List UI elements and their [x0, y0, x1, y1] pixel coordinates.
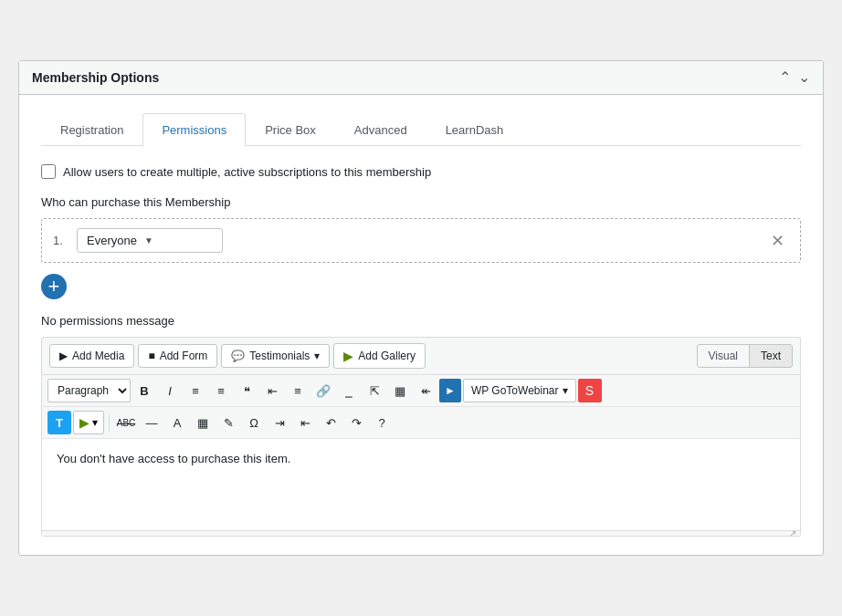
permission-select[interactable]: Everyone ▼	[77, 228, 223, 253]
italic-button[interactable]: I	[158, 379, 182, 402]
add-media-button[interactable]: ▶ Add Media	[49, 344, 134, 368]
hr-button[interactable]: —	[140, 411, 163, 434]
indent-button[interactable]: ⇥	[268, 411, 291, 434]
text-color-button[interactable]: A	[165, 411, 189, 434]
row-number: 1.	[53, 234, 68, 247]
strikethrough-button[interactable]: ABC	[114, 411, 138, 434]
arrow-right-button[interactable]: ►	[439, 379, 461, 402]
who-can-purchase-label: Who can purchase this Membership	[41, 195, 801, 209]
testimonials-label: Testimonials	[249, 350, 310, 362]
unlink-button[interactable]: ⎯	[337, 379, 361, 402]
tab-registration[interactable]: Registration	[41, 113, 142, 146]
gallery-leaf-icon: ▶	[343, 349, 353, 363]
editor-content-area[interactable]: You don't have access to purchase this i…	[42, 439, 800, 530]
wp-gowebinar-button[interactable]: WP GoToWebinar ▾	[463, 379, 576, 402]
clear-format-button[interactable]: ✎	[216, 411, 240, 434]
permission-row: 1. Everyone ▼ ✕	[53, 228, 789, 253]
tab-advanced[interactable]: Advanced	[335, 113, 426, 146]
editor-toolbar-row2: T ▶ ▾ ABC — A ▦ ✎ Ω ⇥ ⇤ ↶ ↷ ?	[42, 407, 800, 439]
panel-body: Registration Permissions Price Box Advan…	[19, 95, 823, 555]
text-tab[interactable]: Text	[749, 344, 793, 368]
paragraph-select[interactable]: Paragraph	[47, 379, 131, 402]
help-button[interactable]: ?	[370, 411, 394, 434]
outdent-button[interactable]: ⇤	[293, 411, 317, 434]
expand-icon[interactable]: ⌄	[798, 70, 810, 85]
html-button[interactable]: ↞	[414, 379, 437, 402]
add-gallery-button[interactable]: ▶ Add Gallery	[333, 343, 426, 369]
form-icon: ■	[148, 350, 154, 362]
multiple-subscriptions-label[interactable]: Allow users to create multiple, active s…	[63, 165, 431, 179]
tab-price-box[interactable]: Price Box	[246, 113, 335, 146]
panel-header: Membership Options ⌃ ⌄	[19, 61, 823, 95]
undo-button[interactable]: ↶	[319, 411, 342, 434]
chevron-down-icon: ▾	[314, 350, 320, 362]
leaf-chevron: ▾	[92, 416, 98, 429]
leaf-button[interactable]: ▶ ▾	[73, 411, 104, 434]
chevron-down-icon: ▼	[144, 235, 153, 245]
permissions-box: 1. Everyone ▼ ✕	[41, 218, 801, 263]
special-char-button[interactable]: Ω	[242, 411, 266, 434]
add-permission-button[interactable]: +	[41, 274, 67, 299]
testimonials-icon: 💬	[231, 350, 245, 362]
paste-text-button[interactable]: ▦	[191, 411, 215, 434]
editor-content-text: You don't have access to purchase this i…	[57, 452, 785, 465]
resize-icon: ↗	[789, 528, 796, 538]
testimonials-button[interactable]: 💬 Testimonials ▾	[221, 344, 330, 368]
link-button[interactable]: 🔗	[311, 379, 335, 402]
panel-controls: ⌃ ⌄	[779, 70, 810, 85]
twitter-button[interactable]: T	[47, 411, 71, 434]
no-permissions-label: No permissions message	[41, 314, 801, 328]
redo-button[interactable]: ↷	[344, 411, 368, 434]
align-center-button[interactable]: ≡	[286, 379, 310, 402]
add-form-label: Add Form	[160, 350, 208, 362]
editor-top-toolbar: ▶ Add Media ■ Add Form 💬 Testimonials ▾ …	[41, 337, 801, 374]
media-icon: ▶	[59, 350, 68, 362]
table-button[interactable]: ▦	[388, 379, 412, 402]
plus-icon: +	[48, 277, 60, 297]
multiple-subscriptions-row: Allow users to create multiple, active s…	[41, 164, 801, 179]
add-media-label: Add Media	[72, 350, 124, 362]
visual-tab[interactable]: Visual	[697, 344, 750, 368]
shortcake-button[interactable]: S	[578, 379, 602, 402]
leaf-icon: ▶	[79, 415, 89, 430]
align-left-button[interactable]: ⇤	[260, 379, 284, 402]
fullscreen-button[interactable]: ⇱	[363, 379, 386, 402]
editor-toolbar-row1: Paragraph B I ≡ ≡ ❝ ⇤ ≡ 🔗 ⎯ ⇱ ▦ ↞ ► WP G…	[42, 375, 800, 407]
separator	[109, 413, 110, 432]
visual-text-switcher: Visual Text	[697, 344, 793, 368]
remove-permission-button[interactable]: ✕	[765, 229, 789, 253]
add-gallery-label: Add Gallery	[358, 350, 416, 362]
editor-resize-handle[interactable]: ↗	[42, 530, 800, 536]
tab-bar: Registration Permissions Price Box Advan…	[41, 113, 801, 146]
tab-permissions[interactable]: Permissions	[142, 113, 246, 146]
panel-title: Membership Options	[32, 70, 159, 85]
permission-value: Everyone	[87, 234, 137, 247]
tab-learndash[interactable]: LearnDash	[426, 113, 523, 146]
multiple-subscriptions-checkbox[interactable]	[41, 164, 56, 179]
chevron-down-icon: ▾	[563, 384, 568, 397]
ol-button[interactable]: ≡	[209, 379, 233, 402]
blockquote-button[interactable]: ❝	[235, 379, 258, 402]
wp-gowebinar-label: WP GoToWebinar	[471, 384, 559, 397]
wp-editor: Paragraph B I ≡ ≡ ❝ ⇤ ≡ 🔗 ⎯ ⇱ ▦ ↞ ► WP G…	[41, 374, 801, 537]
collapse-icon[interactable]: ⌃	[779, 70, 791, 85]
ul-button[interactable]: ≡	[184, 379, 207, 402]
add-form-button[interactable]: ■ Add Form	[138, 344, 217, 368]
membership-panel: Membership Options ⌃ ⌄ Registration Perm…	[18, 60, 824, 556]
bold-button[interactable]: B	[132, 379, 156, 402]
